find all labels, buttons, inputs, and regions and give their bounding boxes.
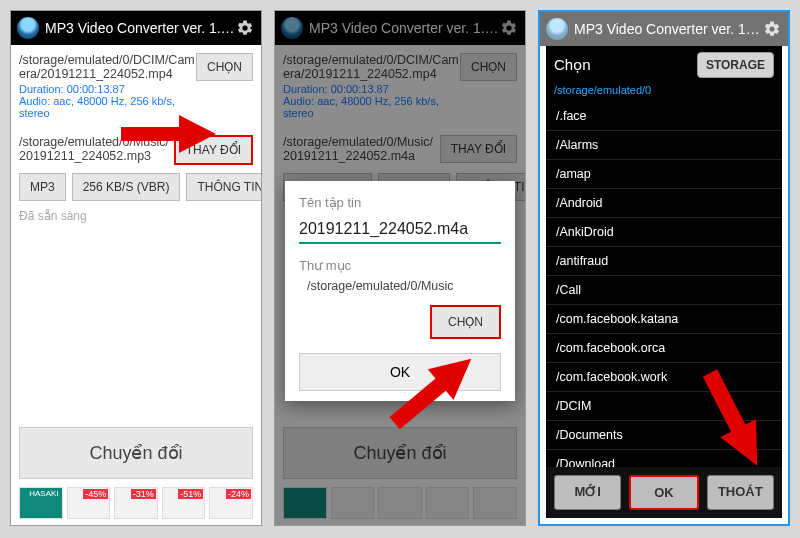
screen-2: MP3 Video Converter ver. 1.9.57 /storage… <box>274 10 526 526</box>
info-button[interactable]: THÔNG TIN <box>186 173 261 201</box>
screen-3: MP3 Video Converter ver. 1.9.57 Chọn STO… <box>538 10 790 526</box>
output-path: /storage/emulated/0/Music/20191211_22405… <box>19 135 174 163</box>
gear-icon[interactable] <box>762 19 782 39</box>
dialog-ok-button[interactable]: OK <box>299 353 501 391</box>
directory-item[interactable]: /com.facebook.work <box>546 363 782 392</box>
titlebar: MP3 Video Converter ver. 1.9.57 <box>11 11 261 45</box>
audio-text: Audio: aac, 48000 Hz, 256 kb/s, stereo <box>19 95 196 119</box>
directory-item[interactable]: /com.facebook.orca <box>546 334 782 363</box>
change-button[interactable]: THAY ĐỔI <box>174 135 253 165</box>
app-title: MP3 Video Converter ver. 1.9.57 <box>574 21 762 37</box>
promo-strip: HASAKI -45% -31% -51% -24% <box>19 487 253 519</box>
dialog-button-row: MỚI OK THOÁT <box>546 467 782 518</box>
directory-item[interactable]: /antifraud <box>546 247 782 276</box>
titlebar: MP3 Video Converter ver. 1.9.57 <box>540 12 788 46</box>
directory-item[interactable]: /Call <box>546 276 782 305</box>
input-path: /storage/emulated/0/DCIM/Camera/20191211… <box>19 53 196 81</box>
directory-item[interactable]: /Documents <box>546 421 782 450</box>
directory-item[interactable]: /Alarms <box>546 131 782 160</box>
ok-button[interactable]: OK <box>629 475 698 510</box>
app-title: MP3 Video Converter ver. 1.9.57 <box>45 20 235 36</box>
duration-text: Duration: 00:00:13.87 <box>19 83 196 95</box>
filename-input[interactable] <box>299 216 501 244</box>
new-button[interactable]: MỚI <box>554 475 621 510</box>
directory-item[interactable]: /com.facebook.katana <box>546 305 782 334</box>
storage-button[interactable]: STORAGE <box>697 52 774 78</box>
choose-button[interactable]: CHỌN <box>196 53 253 81</box>
folder-label: Thư mục <box>299 258 501 273</box>
convert-button[interactable]: Chuyển đổi <box>19 427 253 479</box>
format-button[interactable]: MP3 <box>19 173 66 201</box>
directory-item[interactable]: /Android <box>546 189 782 218</box>
gear-icon[interactable] <box>235 18 255 38</box>
choose-folder-button[interactable]: CHỌN <box>430 305 501 339</box>
save-dialog: Tên tập tin Thư mục /storage/emulated/0/… <box>285 181 515 401</box>
app-icon <box>546 18 568 40</box>
directory-item[interactable]: /.face <box>546 102 782 131</box>
bitrate-button[interactable]: 256 KB/S (VBR) <box>72 173 181 201</box>
exit-button[interactable]: THOÁT <box>707 475 774 510</box>
screen-1: MP3 Video Converter ver. 1.9.57 /storage… <box>10 10 262 526</box>
directory-item[interactable]: /amap <box>546 160 782 189</box>
directory-item[interactable]: /DCIM <box>546 392 782 421</box>
directory-item[interactable]: /AnkiDroid <box>546 218 782 247</box>
directory-panel: Chọn STORAGE /storage/emulated/0 /.face/… <box>546 46 782 472</box>
status-text: Đã sẵn sàng <box>19 209 253 223</box>
folder-value: /storage/emulated/0/Music <box>299 279 501 293</box>
filename-label: Tên tập tin <box>299 195 501 210</box>
directory-list[interactable]: /.face/Alarms/amap/Android/AnkiDroid/ant… <box>546 102 782 472</box>
dialog-title: Chọn <box>554 56 697 74</box>
current-path: /storage/emulated/0 <box>546 84 782 102</box>
app-icon <box>17 17 39 39</box>
